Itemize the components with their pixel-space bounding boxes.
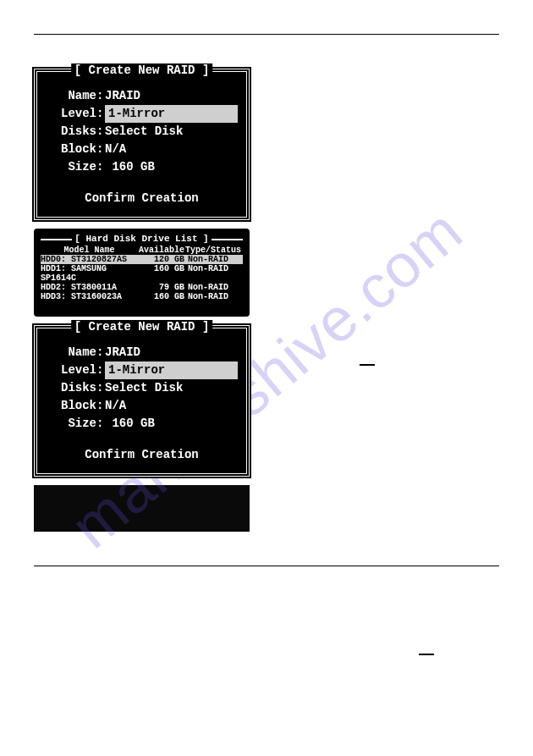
disks-label: Disks [46,123,96,141]
size-label-2: Size [46,415,96,433]
size-value-2: 160 GB [105,415,238,433]
box2-block-row: Block: N/A [46,397,238,415]
hdd-col-available: Available [138,246,184,255]
hdd-col-status: Type/Status [184,246,243,255]
hdd-row-2-model: HDD2: ST380011A [41,283,138,292]
hdd-row-3-status: Non-RAID [188,292,243,301]
name-value: JRAID [105,87,238,105]
box1-level-row[interactable]: Level: 1-Mirror [46,105,238,123]
name-label-2: Name [46,344,96,361]
box1-block-row: Block: N/A [46,141,238,158]
level-value-2: 1-Mirror [105,361,238,379]
hdd-row-2-size: 79 GB [138,283,188,292]
hdd-row-0-size: 120 GB [138,255,188,264]
hdd-row-1[interactable]: HDD1: SAMSUNG SP1614C 160 GB Non-RAID [41,264,243,283]
hdd-list-box: [ Hard Disk Drive List ] Model Name Avai… [34,229,250,317]
block-label-2: Block [46,397,96,415]
level-label-2: Level [46,361,96,379]
hdd-row-1-model: HDD1: SAMSUNG SP1614C [41,264,138,283]
create-raid-box-1: [ Create New RAID ] Name: JRAID Level: 1… [34,69,250,220]
key-box-2 [419,654,434,655]
size-label: Size [46,158,96,176]
box1-disks-row: Disks: Select Disk [46,123,238,141]
hdd-row-1-size: 160 GB [138,264,188,283]
hdd-row-1-status: Non-RAID [188,264,243,283]
hdd-title: [ Hard Disk Drive List ] [72,234,211,244]
hdd-col-model: Model Name [41,246,138,255]
hdd-row-0-status: Non-RAID [188,255,243,264]
box2-title: [ Create New RAID ] [71,320,213,334]
box2-level-row[interactable]: Level: 1-Mirror [46,361,238,379]
block-label: Block [46,141,96,158]
name-value-2: JRAID [105,344,238,361]
size-value: 160 GB [105,158,238,176]
level-value: 1-Mirror [105,105,238,123]
create-raid-box-2: [ Create New RAID ] Name: JRAID Level: 1… [34,325,250,477]
box1-title: [ Create New RAID ] [71,63,213,77]
bottom-rule [34,566,499,566]
top-rule [34,34,499,35]
hdd-row-0-model: HDD0: ST3120827AS [41,255,138,264]
box1-name-row: Name: JRAID [46,87,238,105]
hdd-row-3-size: 160 GB [138,292,188,301]
name-label: Name [46,87,96,105]
hdd-row-3[interactable]: HDD3: ST3160023A 160 GB Non-RAID [41,292,243,301]
box2-size-row: Size: 160 GB [46,415,238,433]
disks-value: Select Disk [105,123,238,141]
box2-confirm[interactable]: Confirm Creation [46,448,238,461]
disks-value-2: Select Disk [105,379,238,397]
box2-name-row: Name: JRAID [46,344,238,361]
box2-disks-row: Disks: Select Disk [46,379,238,397]
hdd-row-3-model: HDD3: ST3160023A [41,292,138,301]
disks-label-2: Disks [46,379,96,397]
level-label: Level [46,105,96,123]
key-box-1 [360,364,375,366]
box1-size-row: Size: 160 GB [46,158,238,176]
hdd-row-2[interactable]: HDD2: ST380011A 79 GB Non-RAID [41,283,243,292]
hdd-row-0[interactable]: HDD0: ST3120827AS 120 GB Non-RAID [41,255,243,264]
black-box [34,485,250,532]
block-value: N/A [105,141,238,158]
hdd-header: Model Name Available Type/Status [41,246,243,255]
hdd-row-2-status: Non-RAID [188,283,243,292]
block-value-2: N/A [105,397,238,415]
box1-confirm[interactable]: Confirm Creation [46,191,238,205]
